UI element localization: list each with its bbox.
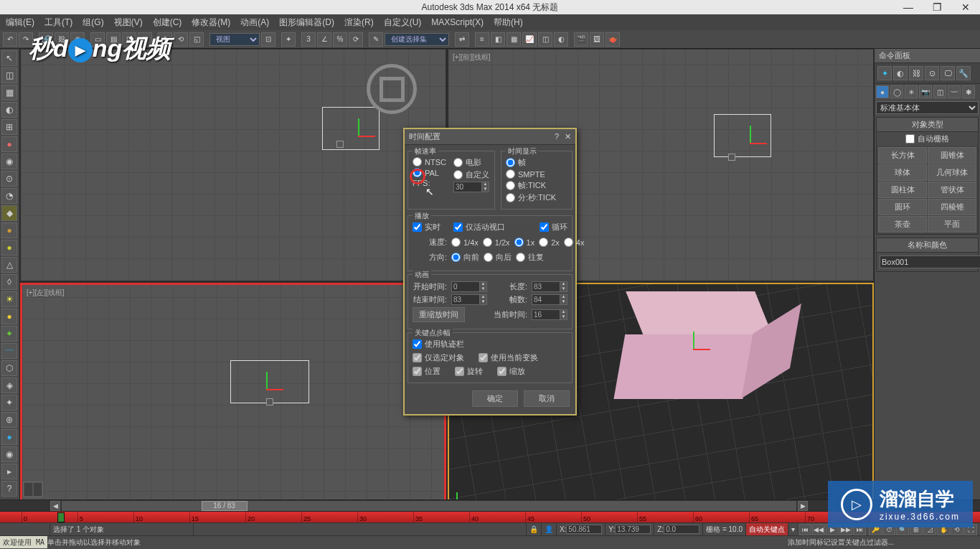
cone-button[interactable]: 圆锥体 [928, 147, 976, 164]
speed-quarter-radio[interactable] [451, 238, 461, 247]
object-name-input[interactable] [880, 255, 980, 268]
rollout-header[interactable]: 对象类型 [877, 118, 978, 132]
tool-icon[interactable]: ● [1, 136, 17, 152]
frametick-radio[interactable] [506, 181, 515, 190]
rollout-header[interactable]: 名称和颜色 [877, 238, 978, 253]
render-button[interactable]: 🫖 [606, 32, 620, 47]
menu-tools[interactable]: 工具(T) [44, 17, 72, 29]
dir-forward-radio[interactable] [451, 253, 461, 262]
maxscript-listener[interactable]: 欢迎使用 MA [0, 536, 47, 548]
slider-track[interactable]: 16 / 83 [62, 501, 796, 511]
create-tab-icon[interactable]: ✦ [877, 66, 892, 80]
plane-button[interactable]: 平面 [928, 216, 976, 233]
menu-create[interactable]: 创建(C) [153, 17, 182, 29]
align-button[interactable]: ≡ [475, 32, 489, 47]
move-gizmo-icon[interactable] [336, 114, 380, 157]
cylinder-button[interactable]: 圆柱体 [878, 182, 927, 198]
pos-checkbox[interactable] [413, 367, 422, 376]
use-current-checkbox[interactable] [479, 353, 488, 362]
loop-checkbox[interactable] [540, 222, 549, 232]
hierarchy-tab-icon[interactable]: ⛓ [909, 66, 923, 80]
undo-button[interactable]: ↶ [3, 32, 17, 47]
tool-icon[interactable]: ◉ [1, 154, 17, 169]
curve-editor-button[interactable]: 📈 [522, 32, 537, 47]
next-frame-button[interactable]: ▶ [798, 501, 808, 511]
speed-4x-radio[interactable] [564, 238, 573, 247]
tool-icon[interactable]: ● [1, 309, 17, 324]
tool-icon[interactable]: ☀ [1, 291, 17, 307]
dialog-help-button[interactable]: ? [555, 132, 559, 141]
viewport-top[interactable] [20, 49, 446, 281]
pal-radio[interactable] [413, 168, 422, 177]
menu-modifiers[interactable]: 修改器(M) [192, 17, 230, 29]
minimize-button[interactable]: — [894, 0, 923, 14]
isolate-icon[interactable]: 👤 [542, 523, 557, 535]
current-time-spinner[interactable]: ▲▼ [532, 309, 567, 320]
help-icon[interactable]: ? [1, 481, 17, 497]
close-button[interactable]: ✕ [951, 0, 980, 14]
menu-view[interactable]: 视图(V) [114, 17, 143, 29]
dialog-close-button[interactable]: ✕ [565, 132, 571, 141]
dir-pingpong-radio[interactable] [516, 253, 525, 262]
cameras-category-icon[interactable]: 📷 [919, 85, 932, 98]
layer-manager-button[interactable]: ◧ [491, 32, 505, 47]
tool-icon[interactable]: ↖ [1, 50, 17, 66]
select-rotate-button[interactable]: ⟲ [174, 32, 188, 47]
graphite-button[interactable]: ▦ [507, 32, 521, 47]
start-time-spinner[interactable]: ▲▼ [451, 281, 487, 292]
speed-half-radio[interactable] [483, 238, 492, 247]
custom-radio[interactable] [453, 170, 463, 179]
angle-snap-button[interactable]: ∠ [317, 32, 331, 47]
ok-button[interactable]: 确定 [472, 390, 518, 407]
sel-only-checkbox[interactable] [413, 353, 422, 362]
menu-customize[interactable]: 自定义(U) [384, 17, 422, 29]
tube-button[interactable]: 管状体 [928, 182, 976, 198]
rendered-frame-button[interactable]: 🖼 [590, 32, 604, 47]
schematic-view-button[interactable]: ◫ [538, 32, 552, 47]
coord-system-dropdown[interactable]: 视图 [209, 33, 260, 46]
use-pivot-center-button[interactable]: ⊡ [261, 32, 275, 47]
tool-icon[interactable]: ✦ [1, 395, 17, 410]
prev-key-button[interactable]: ◀◀ [812, 524, 825, 535]
speed-2x-radio[interactable] [539, 238, 548, 247]
named-selection-edit-button[interactable]: ✎ [369, 32, 383, 47]
systems-category-icon[interactable]: ✱ [962, 85, 975, 98]
select-scale-button[interactable]: ◱ [189, 32, 204, 47]
selection-filter[interactable]: ▾ [788, 523, 798, 535]
sphere-button[interactable]: 球体 [878, 164, 927, 181]
tool-icon[interactable]: ▸ [1, 464, 17, 479]
render-setup-button[interactable]: 🎬 [574, 32, 588, 47]
ntsc-radio[interactable] [413, 157, 422, 166]
helpers-category-icon[interactable]: ◫ [933, 85, 946, 98]
box-button[interactable]: 长方体 [878, 147, 927, 164]
lights-category-icon[interactable]: ☀ [905, 85, 918, 98]
realtime-checkbox[interactable] [413, 222, 422, 232]
time-slider-thumb[interactable]: 16 / 83 [202, 501, 248, 511]
mirror-button[interactable]: ⇄ [455, 32, 469, 47]
tool-icon[interactable]: ◈ [1, 377, 17, 393]
rescale-time-button[interactable]: 重缩放时间 [413, 307, 465, 322]
fps-spinner[interactable]: ▲▼ [453, 182, 489, 192]
tool-icon[interactable]: ● [1, 222, 17, 238]
speed-1x-radio[interactable] [514, 238, 524, 247]
key-filters-button[interactable]: 过滤器... [867, 538, 894, 548]
tool-icon[interactable]: ⊛ [1, 412, 17, 428]
maximize-button[interactable]: ❐ [923, 0, 951, 14]
pyramid-button[interactable]: 四棱锥 [928, 199, 976, 215]
prev-frame-button[interactable]: ◀ [50, 501, 60, 511]
z-coord-input[interactable] [664, 525, 699, 534]
display-tab-icon[interactable]: 🖵 [941, 66, 955, 80]
tool-icon[interactable]: ✦ [1, 326, 17, 342]
move-gizmo-icon[interactable] [672, 327, 715, 370]
percent-snap-button[interactable]: % [333, 32, 347, 47]
goto-start-button[interactable]: ⏮ [798, 524, 811, 535]
tool-icon[interactable]: ▦ [1, 85, 17, 100]
tool-icon[interactable]: ◆ [1, 205, 17, 221]
x-coord-input[interactable] [566, 525, 602, 534]
tool-icon[interactable]: ● [1, 429, 17, 445]
tool-icon[interactable]: ◊ [1, 274, 17, 290]
smpte-radio[interactable] [506, 169, 515, 179]
modify-tab-icon[interactable]: ◐ [893, 66, 908, 80]
frames-radio[interactable] [506, 158, 515, 167]
utilities-tab-icon[interactable]: 🔧 [956, 66, 971, 80]
